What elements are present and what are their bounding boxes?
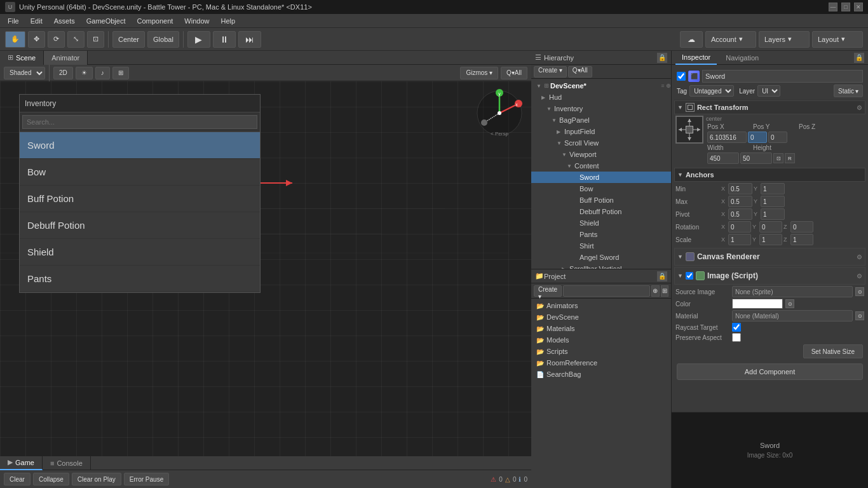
inventory-item-pants[interactable]: Pants [20,266,260,292]
scale-z-input[interactable] [790,234,813,245]
navigation-tab[interactable]: Navigation [719,51,765,65]
hier-hud[interactable]: ▶ Hud [531,92,671,103]
clear-btn[interactable]: Clear [4,473,31,485]
layers-dropdown[interactable]: Layers ▾ [759,31,810,48]
proj-searchbag[interactable]: 📄 SearchBag [531,369,671,380]
project-search-icon[interactable]: ⊕ [651,285,659,297]
width-input[interactable] [707,152,739,164]
hier-inventory[interactable]: ▼ Inventory [531,103,671,114]
project-lock-btn[interactable]: 🔒 [657,271,667,281]
rot-y-input[interactable] [759,221,782,233]
rect-transform-header[interactable]: ▼ Rect Transform ⚙ [674,100,865,114]
close-btn[interactable]: ✕ [854,3,863,11]
mode-light-btn[interactable]: ☀ [76,67,93,79]
menu-help[interactable]: Help [215,16,240,26]
hier-debuff-potion[interactable]: Debuff Potion [531,206,671,217]
project-create-btn[interactable]: Create ▾ [534,285,562,297]
move-tool-btn[interactable]: ✥ [28,31,45,48]
hierarchy-lock-btn[interactable]: 🔒 [657,53,667,63]
static-btn[interactable]: Static ▾ [834,85,863,97]
all-objects-btn[interactable]: Q▾All [501,67,527,79]
hierarchy-create-btn[interactable]: Create ▾ [534,66,567,78]
error-pause-btn[interactable]: Error Pause [124,473,169,485]
anchors-header[interactable]: ▼ Anchors [674,168,865,182]
menu-window[interactable]: Window [179,16,214,26]
play-btn[interactable]: ▶ [187,31,210,48]
preserve-checkbox[interactable] [732,333,741,342]
layer-select[interactable]: UI [757,85,780,97]
hier-shield[interactable]: Shield [531,217,671,229]
pivot-y-input[interactable] [761,208,785,220]
proj-roomreference[interactable]: 📂 RoomReference [531,357,671,369]
hier-content[interactable]: ▼ Content [531,160,671,172]
rotate-tool-btn[interactable]: ⟳ [48,31,65,48]
menu-file[interactable]: File [3,16,24,26]
scale-x-input[interactable] [728,234,751,245]
hier-buff-potion[interactable]: Buff Potion [531,194,671,206]
color-swatch[interactable] [732,299,783,309]
inspector-tab[interactable]: Inspector [675,51,717,65]
scale-tool-btn[interactable]: ⤡ [67,31,85,48]
source-image-target-btn[interactable]: ⊙ [855,287,864,296]
minimize-btn[interactable]: — [829,3,837,11]
proj-animators[interactable]: 📂 Animators [531,300,671,311]
clear-on-play-btn[interactable]: Clear on Play [72,473,121,485]
raycast-checkbox[interactable] [732,323,741,332]
scene-root-item[interactable]: ▼ ⊞ DevScene* ≡ ⊕ [531,80,671,92]
rot-x-input[interactable] [728,221,751,233]
image-script-settings-icon[interactable]: ⚙ [857,273,862,280]
inventory-item-debuff-potion[interactable]: Debuff Potion [20,212,260,239]
pos-x-input[interactable] [707,132,747,143]
hier-shirt[interactable]: Shirt [531,240,671,252]
inventory-item-buff-potion[interactable]: Buff Potion [20,186,260,212]
hier-pants[interactable]: Pants [531,229,671,240]
maximize-btn[interactable]: □ [841,3,850,11]
hand-tool-btn[interactable]: ✋ [5,31,25,48]
pos-z-input[interactable] [768,132,787,143]
anchor-min-x-input[interactable] [728,183,752,194]
proj-devscene[interactable]: 📂 DevScene [531,311,671,323]
proj-scripts[interactable]: 📂 Scripts [531,346,671,357]
image-enabled-checkbox[interactable] [686,272,693,280]
canvas-renderer-header[interactable]: ▼ Canvas Renderer ⚙ [674,248,865,266]
constrain-icon[interactable]: ⊡ [773,153,783,163]
add-component-btn[interactable]: Add Component [677,363,863,380]
hier-bagpanel[interactable]: ▼ BagPanel [531,114,671,126]
hierarchy-search-btn[interactable]: Q▾All [568,66,592,78]
tab-scene[interactable]: ⊞ Scene [0,51,44,65]
scene-viewport[interactable]: x y < Persp Inventory [0,81,531,456]
proj-models[interactable]: 📂 Models [531,334,671,346]
cloud-btn[interactable]: ☁ [680,31,703,48]
menu-component[interactable]: Component [132,16,178,26]
rect-tool-btn[interactable]: ⊡ [87,31,104,48]
inventory-item-bow[interactable]: Bow [20,159,260,186]
canvas-renderer-settings-icon[interactable]: ⚙ [857,254,862,261]
menu-gameobject[interactable]: GameObject [81,16,131,26]
mode-audio-btn[interactable]: ♪ [95,67,110,79]
account-dropdown[interactable]: Account ▾ [705,31,756,48]
project-search-input[interactable] [563,285,650,297]
proj-materials[interactable]: 📂 Materials [531,323,671,334]
hier-bow[interactable]: Bow [531,183,671,194]
mode-2d-btn[interactable]: 2D [53,67,73,79]
scene-options-icon[interactable]: ≡ ⊕ [661,83,671,89]
anchor-min-y-input[interactable] [761,183,785,194]
pos-y-input[interactable] [748,132,767,143]
shaded-select[interactable]: Shaded [4,67,45,79]
color-pick-btn[interactable]: ⊙ [785,299,794,308]
inventory-item-shield[interactable]: Shield [20,239,260,266]
inventory-item-sword[interactable]: Sword [20,132,260,159]
reset-icon[interactable]: R [785,153,795,163]
pivot-x-input[interactable] [728,208,752,220]
mode-fx-btn[interactable]: ⊞ [112,67,129,79]
anchor-diagram[interactable] [675,116,703,144]
global-btn[interactable]: Global [147,31,179,48]
menu-assets[interactable]: Assets [49,16,80,26]
gizmos-btn[interactable]: Gizmos ▾ [460,67,498,79]
tab-console[interactable]: ≡ Console [43,456,91,470]
hier-sword[interactable]: Sword [531,172,671,183]
scale-y-input[interactable] [759,234,782,245]
object-name-input[interactable] [702,70,863,83]
center-btn[interactable]: Center [112,31,145,48]
object-active-checkbox[interactable] [677,72,686,81]
